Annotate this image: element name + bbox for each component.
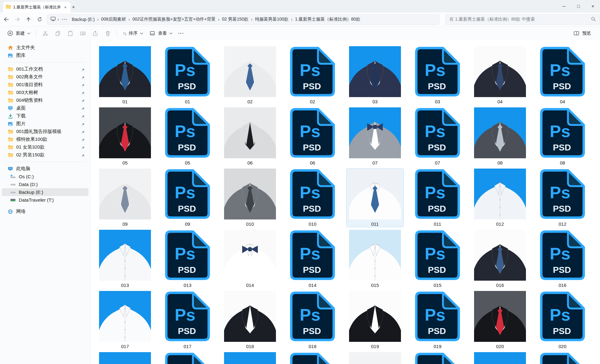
breadcrumb-chevron[interactable]: › <box>290 17 293 22</box>
file-tile-psd[interactable]: PsPSD020 <box>531 291 594 352</box>
file-tile-image[interactable]: 02 <box>219 46 281 107</box>
file-tile-image[interactable] <box>344 352 406 364</box>
search-input[interactable]: 在 1.最新男士服装（标准比例）80款 中搜索 <box>445 14 600 25</box>
file-tile-image[interactable] <box>469 352 531 364</box>
file-tile-psd[interactable]: PsPSD015 <box>406 230 469 291</box>
sidebar-item-01-320-[interactable]: 01 女装320款 <box>2 143 88 151</box>
file-tile-psd[interactable]: PsPSD012 <box>531 169 594 230</box>
file-tile-image[interactable]: 011 <box>344 169 406 230</box>
file-tile-image[interactable]: 019 <box>344 291 406 352</box>
cut-button[interactable] <box>39 28 52 39</box>
file-tile-psd[interactable]: PsPSD018 <box>281 291 344 352</box>
file-tile-image[interactable] <box>219 352 281 364</box>
file-tile-psd[interactable]: PsPSD08 <box>531 107 594 169</box>
maximize-button[interactable]: □ <box>571 0 586 12</box>
sidebar-item-001-[interactable]: 001婚礼预告排版模板 <box>2 128 88 135</box>
paste-button[interactable] <box>64 28 77 39</box>
file-tile-psd[interactable]: PsPSD <box>531 352 594 364</box>
file-tile-image[interactable]: 08 <box>469 107 531 169</box>
file-tile-image[interactable]: 012 <box>469 169 531 230</box>
file-tile-image[interactable]: 018 <box>219 291 281 352</box>
file-tile-psd[interactable]: PsPSD01 <box>156 46 219 107</box>
sort-button[interactable]: ↑↓ 排序 <box>120 29 146 38</box>
breadcrumb-item[interactable]: 1.最新男士服装（标准比例）80款 <box>293 16 362 23</box>
file-tile-image[interactable]: 07 <box>344 107 406 169</box>
file-tile-psd[interactable]: PsPSD013 <box>156 230 219 291</box>
tab-close-icon[interactable]: × <box>62 4 68 10</box>
sidebar-item-datatraveler-t-[interactable]: DataTraveler (T:) <box>2 196 88 204</box>
breadcrumb-item[interactable]: Backup (E:) <box>70 16 97 23</box>
file-tile-psd[interactable]: PsPSD <box>156 352 219 364</box>
file-tile-psd[interactable]: PsPSD05 <box>156 107 219 169</box>
new-tab-button[interactable]: + <box>69 3 78 11</box>
file-tile-image[interactable]: 03 <box>344 46 406 107</box>
file-tile-psd[interactable]: PsPSD04 <box>531 46 594 107</box>
address-input[interactable]: › ··· Backup (E:)›008后期素材›002证件照服装换脸+发型+… <box>47 14 439 25</box>
more-options-button[interactable]: ··· <box>175 29 187 38</box>
breadcrumb-chevron[interactable]: › <box>218 17 220 22</box>
file-tile-image[interactable]: 010 <box>219 169 281 230</box>
file-tile-psd[interactable]: PsPSD014 <box>281 230 344 291</box>
sidebar-item-001-[interactable]: 001项目资料 <box>2 81 88 89</box>
copy-button[interactable] <box>52 28 64 39</box>
file-tile-image[interactable]: 09 <box>94 169 156 230</box>
file-tile-psd[interactable]: PsPSD07 <box>406 107 469 169</box>
forward-button[interactable] <box>12 14 22 24</box>
file-tile-image[interactable]: 014 <box>219 230 281 291</box>
refresh-button[interactable] <box>35 14 45 24</box>
breadcrumb-item[interactable]: 002证件照服装换脸+发型+五官+动作+背景 <box>131 16 218 23</box>
sidebar-item-os-c-[interactable]: Os (C:) <box>2 173 88 180</box>
file-tile-psd[interactable]: PsPSD09 <box>156 169 219 230</box>
breadcrumb-chevron[interactable]: › <box>250 17 253 22</box>
sidebar-item-003-[interactable]: 003大榕树 <box>2 89 88 96</box>
sidebar-item-002-[interactable]: 002商务文件 <box>2 73 88 81</box>
sidebar-item-004-[interactable]: 004销售资料 <box>2 96 88 104</box>
sidebar-item--[interactable]: 网络 <box>2 208 88 215</box>
breadcrumb-item[interactable]: 纯服装男装100款 <box>253 16 290 23</box>
file-tile-psd[interactable]: PsPSD010 <box>281 169 344 230</box>
preview-button[interactable]: 预览 <box>570 28 594 39</box>
file-tile-psd[interactable]: PsPSD <box>406 352 469 364</box>
rename-button[interactable]: A <box>77 28 89 39</box>
file-tile-image[interactable]: 01 <box>94 46 156 107</box>
sidebar-item--[interactable]: 图片 <box>2 120 88 128</box>
file-tile-psd[interactable]: PsPSD011 <box>406 169 469 230</box>
sidebar-item--[interactable]: 桌面 <box>2 104 88 112</box>
file-tile-image[interactable]: 015 <box>344 230 406 291</box>
share-button[interactable] <box>89 28 102 39</box>
file-tile-image[interactable] <box>94 352 156 364</box>
file-tile-psd[interactable]: PsPSD016 <box>531 230 594 291</box>
sidebar-item-02-150-[interactable]: 02 男装150款 <box>2 151 88 159</box>
file-tile-image[interactable]: 016 <box>469 230 531 291</box>
file-tile-psd[interactable]: PsPSD03 <box>406 46 469 107</box>
file-tile-psd[interactable]: PsPSD06 <box>281 107 344 169</box>
breadcrumb-item[interactable]: 02 男装150款 <box>220 16 250 23</box>
sidebar-item--[interactable]: 图库 <box>2 52 88 59</box>
file-tile-psd[interactable]: PsPSD <box>281 352 344 364</box>
file-tile-image[interactable]: 020 <box>469 291 531 352</box>
close-button[interactable]: × <box>586 0 600 12</box>
file-tile-psd[interactable]: PsPSD017 <box>156 291 219 352</box>
breadcrumb-chevron[interactable]: › <box>97 17 99 22</box>
sidebar-item-001-[interactable]: 001工作文档 <box>2 65 88 73</box>
sidebar-item-data-d-[interactable]: Data (D:) <box>2 180 88 188</box>
view-button[interactable]: 查看 <box>146 28 175 39</box>
file-tile-image[interactable]: 05 <box>94 107 156 169</box>
minimize-button[interactable]: ─ <box>557 0 571 12</box>
delete-button[interactable] <box>102 28 114 39</box>
sidebar-item--[interactable]: 下载 <box>2 112 88 120</box>
up-button[interactable] <box>24 14 34 24</box>
new-button[interactable]: 新建 <box>4 28 33 39</box>
file-tile-image[interactable]: 013 <box>94 230 156 291</box>
file-tile-psd[interactable]: PsPSD02 <box>281 46 344 107</box>
breadcrumb-overflow-dots[interactable]: ··· <box>61 17 69 22</box>
explorer-tab[interactable]: 1.最新男士服装（标准比例）80 × <box>3 2 71 12</box>
breadcrumb-chevron[interactable]: › <box>128 17 131 22</box>
file-tile-image[interactable]: 06 <box>219 107 281 169</box>
back-button[interactable] <box>1 14 11 24</box>
sidebar-item--100-[interactable]: 模特效果100款 <box>2 135 88 143</box>
sidebar-item-backup-e-[interactable]: Backup (E:) <box>2 188 88 196</box>
search-icon[interactable] <box>591 17 596 22</box>
breadcrumb-item[interactable]: 008后期素材 <box>99 16 128 23</box>
file-tile-psd[interactable]: PsPSD019 <box>406 291 469 352</box>
